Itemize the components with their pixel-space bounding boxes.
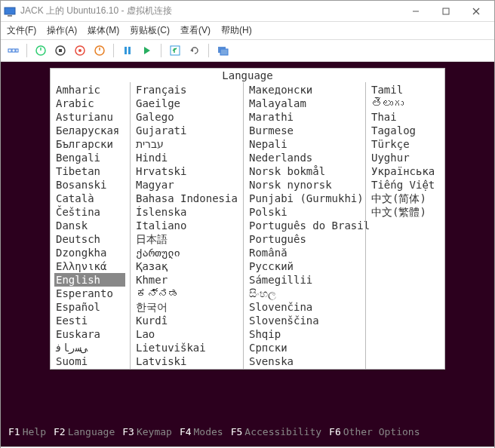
language-item[interactable]: Eesti xyxy=(54,314,125,327)
language-item[interactable]: 中文(繁體) xyxy=(370,205,440,219)
maximize-button[interactable] xyxy=(431,2,461,21)
language-item[interactable]: తెలుగు xyxy=(370,97,440,110)
enhanced-session-button[interactable] xyxy=(215,43,230,58)
language-item[interactable]: Bosanski xyxy=(54,178,125,192)
start-button[interactable] xyxy=(33,43,48,58)
language-item[interactable]: Deutsch xyxy=(54,232,125,246)
language-item[interactable]: Bengali xyxy=(54,151,125,164)
language-item[interactable]: Hrvatski xyxy=(134,164,238,178)
language-item[interactable]: Беларуская xyxy=(54,124,125,137)
language-item[interactable]: ქართული xyxy=(134,246,238,259)
language-item[interactable]: Marathi xyxy=(247,110,361,124)
language-item[interactable]: ﻰﺳﺭﺎﻓ xyxy=(54,341,125,354)
menu-view[interactable]: 查看(V) xyxy=(180,24,211,37)
fkey-f3[interactable]: F3Keymap xyxy=(122,426,172,437)
language-item[interactable]: Italiano xyxy=(134,219,238,232)
language-item[interactable]: 中文(简体) xyxy=(370,192,440,205)
language-item[interactable]: 한국어 xyxy=(134,300,238,314)
language-item[interactable]: Português do Brasil xyxy=(247,219,361,232)
reset-button[interactable] xyxy=(140,43,155,58)
language-item[interactable]: Kurdî xyxy=(134,314,238,327)
svg-rect-16 xyxy=(128,47,131,54)
fkey-f4[interactable]: F4Modes xyxy=(180,426,223,437)
close-button[interactable] xyxy=(461,2,491,21)
language-item[interactable]: 日本語 xyxy=(134,232,238,246)
menu-help[interactable]: 帮助(H) xyxy=(221,24,252,37)
language-item[interactable]: Català xyxy=(54,192,125,205)
language-item[interactable]: Sámegillii xyxy=(247,273,361,287)
language-item[interactable]: Shqip xyxy=(247,327,361,341)
language-item[interactable]: Čeština xyxy=(54,205,125,219)
language-item[interactable]: Amharic xyxy=(54,83,125,97)
language-item[interactable]: Tagalog xyxy=(370,124,440,137)
language-item[interactable]: Gaeilge xyxy=(134,97,238,110)
fkey-f6[interactable]: F6Other Options xyxy=(329,426,420,437)
language-item[interactable]: Türkçe xyxy=(370,137,440,151)
language-item[interactable]: Galego xyxy=(134,110,238,124)
language-item[interactable]: Русский xyxy=(247,259,361,273)
language-item[interactable]: Hindi xyxy=(134,151,238,164)
vm-display[interactable]: Language AmharicArabicAsturianuБеларуска… xyxy=(1,62,494,446)
language-item[interactable]: Українська xyxy=(370,164,440,178)
language-item[interactable]: Dansk xyxy=(54,219,125,232)
language-item[interactable]: Íslenska xyxy=(134,205,238,219)
language-item[interactable]: Gujarati xyxy=(134,124,238,137)
save-button[interactable] xyxy=(92,43,107,58)
menu-media[interactable]: 媒体(M) xyxy=(88,24,119,37)
fkey-f2[interactable]: F2Language xyxy=(54,426,115,437)
revert-button[interactable] xyxy=(187,43,202,58)
language-item[interactable]: Svenska xyxy=(247,354,361,368)
language-item[interactable]: English xyxy=(54,273,125,287)
language-item[interactable]: Malayalam xyxy=(247,97,361,110)
language-item[interactable]: Македонски xyxy=(247,83,361,97)
language-item[interactable]: Uyghur xyxy=(370,151,440,164)
language-item[interactable]: Burmese xyxy=(247,124,361,137)
language-item[interactable]: Polski xyxy=(247,205,361,219)
language-item[interactable]: Ελληνικά xyxy=(54,259,125,273)
language-item[interactable]: Български xyxy=(54,137,125,151)
language-item[interactable]: ಕನ್ನಡ xyxy=(134,287,238,300)
language-item[interactable]: Қазақ xyxy=(134,259,238,273)
language-item[interactable]: Asturianu xyxy=(54,110,125,124)
language-item[interactable]: Slovenščina xyxy=(247,314,361,327)
language-item[interactable]: Khmer xyxy=(134,273,238,287)
pause-button[interactable] xyxy=(120,43,135,58)
language-item[interactable]: Nederlands xyxy=(247,151,361,164)
menu-action[interactable]: 操作(A) xyxy=(47,24,77,37)
language-item[interactable]: Slovenčina xyxy=(247,300,361,314)
language-item[interactable]: Latviski xyxy=(134,354,238,368)
fkey-f5[interactable]: F5Accessibility xyxy=(231,426,321,437)
language-item[interactable]: Suomi xyxy=(54,354,125,368)
language-item[interactable]: Norsk bokmål xyxy=(247,164,361,178)
language-item[interactable]: Français xyxy=(134,83,238,97)
language-item[interactable]: Српски xyxy=(247,341,361,354)
language-item[interactable]: සිංහල xyxy=(247,287,361,300)
language-item[interactable]: Thai xyxy=(370,110,440,124)
language-item[interactable]: Arabic xyxy=(54,97,125,110)
language-item[interactable]: Esperanto xyxy=(54,287,125,300)
language-item[interactable]: Português xyxy=(247,232,361,246)
language-item[interactable]: Bahasa Indonesia xyxy=(134,192,238,205)
ctrl-alt-del-button[interactable] xyxy=(5,43,20,58)
language-item[interactable]: עברית xyxy=(134,137,238,151)
minimize-button[interactable] xyxy=(401,2,431,21)
stop-button[interactable] xyxy=(53,43,68,58)
fkey-f1[interactable]: F1Help xyxy=(8,426,46,437)
checkpoint-button[interactable] xyxy=(168,43,183,58)
language-item[interactable]: Español xyxy=(54,300,125,314)
menu-clipboard[interactable]: 剪贴板(C) xyxy=(130,24,170,37)
language-item[interactable]: Lietuviškai xyxy=(134,341,238,354)
shutdown-button[interactable] xyxy=(72,43,88,58)
language-item[interactable]: Tiếng Việt xyxy=(370,178,440,192)
language-item[interactable]: Tamil xyxy=(370,83,440,97)
language-item[interactable]: Magyar xyxy=(134,178,238,192)
language-item[interactable]: Lao xyxy=(134,327,238,341)
language-item[interactable]: Tibetan xyxy=(54,164,125,178)
language-item[interactable]: Română xyxy=(247,246,361,259)
menu-file[interactable]: 文件(F) xyxy=(7,24,36,37)
language-item[interactable]: Punjabi (Gurmukhi) xyxy=(247,192,361,205)
language-item[interactable]: Euskara xyxy=(54,327,125,341)
language-item[interactable]: Nepali xyxy=(247,137,361,151)
language-item[interactable]: Dzongkha xyxy=(54,246,125,259)
language-item[interactable]: Norsk nynorsk xyxy=(247,178,361,192)
